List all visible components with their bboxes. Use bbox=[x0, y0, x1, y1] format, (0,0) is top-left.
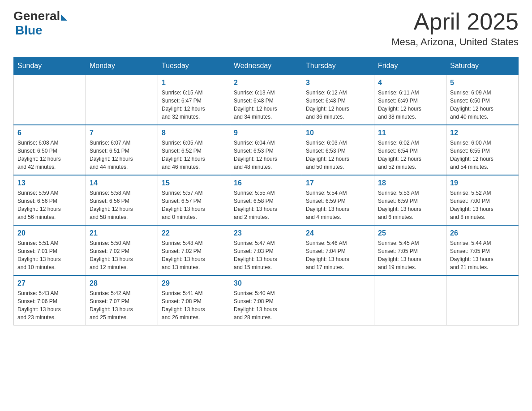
day-info: Sunrise: 5:51 AM Sunset: 7:01 PM Dayligh… bbox=[17, 239, 82, 271]
calendar-cell: 6Sunrise: 6:08 AM Sunset: 6:50 PM Daylig… bbox=[14, 125, 86, 175]
day-info: Sunrise: 6:04 AM Sunset: 6:53 PM Dayligh… bbox=[234, 139, 298, 171]
day-number: 16 bbox=[234, 179, 298, 187]
month-title: April 2025 bbox=[391, 9, 519, 34]
day-number: 20 bbox=[17, 229, 82, 237]
calendar-cell: 3Sunrise: 6:12 AM Sunset: 6:48 PM Daylig… bbox=[302, 75, 374, 125]
calendar-table: SundayMondayTuesdayWednesdayThursdayFrid… bbox=[13, 57, 519, 325]
calendar-cell bbox=[446, 275, 519, 325]
day-number: 29 bbox=[162, 279, 226, 287]
calendar-cell: 17Sunrise: 5:54 AM Sunset: 6:59 PM Dayli… bbox=[302, 175, 374, 225]
day-number: 3 bbox=[306, 79, 370, 87]
day-info: Sunrise: 5:40 AM Sunset: 7:08 PM Dayligh… bbox=[234, 289, 298, 321]
calendar-cell: 11Sunrise: 6:02 AM Sunset: 6:54 PM Dayli… bbox=[374, 125, 446, 175]
day-info: Sunrise: 5:46 AM Sunset: 7:04 PM Dayligh… bbox=[306, 239, 370, 271]
day-info: Sunrise: 6:09 AM Sunset: 6:50 PM Dayligh… bbox=[450, 89, 515, 121]
day-number: 22 bbox=[162, 229, 226, 237]
day-number: 1 bbox=[162, 79, 226, 87]
day-number: 30 bbox=[234, 279, 298, 287]
calendar-cell: 28Sunrise: 5:42 AM Sunset: 7:07 PM Dayli… bbox=[86, 275, 158, 325]
calendar-cell: 12Sunrise: 6:00 AM Sunset: 6:55 PM Dayli… bbox=[446, 125, 519, 175]
day-info: Sunrise: 5:47 AM Sunset: 7:03 PM Dayligh… bbox=[234, 239, 298, 271]
day-number: 28 bbox=[90, 279, 154, 287]
day-info: Sunrise: 6:08 AM Sunset: 6:50 PM Dayligh… bbox=[17, 139, 82, 171]
calendar-cell: 25Sunrise: 5:45 AM Sunset: 7:05 PM Dayli… bbox=[374, 225, 446, 275]
day-info: Sunrise: 5:59 AM Sunset: 6:56 PM Dayligh… bbox=[17, 189, 82, 221]
column-header-monday: Monday bbox=[86, 57, 158, 75]
calendar-cell: 22Sunrise: 5:48 AM Sunset: 7:02 PM Dayli… bbox=[158, 225, 230, 275]
day-number: 26 bbox=[450, 229, 515, 237]
day-number: 15 bbox=[162, 179, 226, 187]
calendar-cell: 14Sunrise: 5:58 AM Sunset: 6:56 PM Dayli… bbox=[86, 175, 158, 225]
day-number: 21 bbox=[90, 229, 154, 237]
calendar-cell: 1Sunrise: 6:15 AM Sunset: 6:47 PM Daylig… bbox=[158, 75, 230, 125]
day-info: Sunrise: 6:13 AM Sunset: 6:48 PM Dayligh… bbox=[234, 89, 298, 121]
column-header-sunday: Sunday bbox=[14, 57, 86, 75]
calendar-cell: 7Sunrise: 6:07 AM Sunset: 6:51 PM Daylig… bbox=[86, 125, 158, 175]
day-info: Sunrise: 5:54 AM Sunset: 6:59 PM Dayligh… bbox=[306, 189, 370, 221]
calendar-cell: 4Sunrise: 6:11 AM Sunset: 6:49 PM Daylig… bbox=[374, 75, 446, 125]
day-number: 12 bbox=[450, 129, 515, 137]
location-text: Mesa, Arizona, United States bbox=[391, 36, 519, 48]
day-info: Sunrise: 5:44 AM Sunset: 7:05 PM Dayligh… bbox=[450, 239, 515, 271]
day-number: 17 bbox=[306, 179, 370, 187]
day-number: 14 bbox=[90, 179, 154, 187]
day-number: 23 bbox=[234, 229, 298, 237]
day-info: Sunrise: 5:55 AM Sunset: 6:58 PM Dayligh… bbox=[234, 189, 298, 221]
day-number: 25 bbox=[378, 229, 442, 237]
day-info: Sunrise: 5:43 AM Sunset: 7:06 PM Dayligh… bbox=[17, 289, 82, 321]
calendar-cell: 9Sunrise: 6:04 AM Sunset: 6:53 PM Daylig… bbox=[230, 125, 302, 175]
logo: General Blue bbox=[13, 9, 67, 38]
calendar-cell: 23Sunrise: 5:47 AM Sunset: 7:03 PM Dayli… bbox=[230, 225, 302, 275]
day-info: Sunrise: 5:50 AM Sunset: 7:02 PM Dayligh… bbox=[90, 239, 154, 271]
calendar-cell: 20Sunrise: 5:51 AM Sunset: 7:01 PM Dayli… bbox=[14, 225, 86, 275]
title-section: April 2025 Mesa, Arizona, United States bbox=[391, 9, 519, 48]
day-info: Sunrise: 6:15 AM Sunset: 6:47 PM Dayligh… bbox=[162, 89, 226, 121]
column-header-thursday: Thursday bbox=[302, 57, 374, 75]
calendar-body: 1Sunrise: 6:15 AM Sunset: 6:47 PM Daylig… bbox=[14, 75, 519, 325]
day-info: Sunrise: 6:11 AM Sunset: 6:49 PM Dayligh… bbox=[378, 89, 442, 121]
calendar-cell bbox=[374, 275, 446, 325]
day-number: 13 bbox=[17, 179, 82, 187]
calendar-cell bbox=[14, 75, 86, 125]
calendar-cell bbox=[86, 75, 158, 125]
calendar-cell: 10Sunrise: 6:03 AM Sunset: 6:53 PM Dayli… bbox=[302, 125, 374, 175]
day-info: Sunrise: 5:42 AM Sunset: 7:07 PM Dayligh… bbox=[90, 289, 154, 321]
week-row-2: 6Sunrise: 6:08 AM Sunset: 6:50 PM Daylig… bbox=[14, 125, 519, 175]
calendar-cell: 30Sunrise: 5:40 AM Sunset: 7:08 PM Dayli… bbox=[230, 275, 302, 325]
day-info: Sunrise: 6:03 AM Sunset: 6:53 PM Dayligh… bbox=[306, 139, 370, 171]
week-row-3: 13Sunrise: 5:59 AM Sunset: 6:56 PM Dayli… bbox=[14, 175, 519, 225]
logo-blue-text: Blue bbox=[15, 23, 43, 38]
day-number: 24 bbox=[306, 229, 370, 237]
day-info: Sunrise: 6:05 AM Sunset: 6:52 PM Dayligh… bbox=[162, 139, 226, 171]
day-info: Sunrise: 5:57 AM Sunset: 6:57 PM Dayligh… bbox=[162, 189, 226, 221]
day-info: Sunrise: 5:48 AM Sunset: 7:02 PM Dayligh… bbox=[162, 239, 226, 271]
day-number: 5 bbox=[450, 79, 515, 87]
week-row-5: 27Sunrise: 5:43 AM Sunset: 7:06 PM Dayli… bbox=[14, 275, 519, 325]
day-info: Sunrise: 5:45 AM Sunset: 7:05 PM Dayligh… bbox=[378, 239, 442, 271]
column-header-wednesday: Wednesday bbox=[230, 57, 302, 75]
calendar-cell: 27Sunrise: 5:43 AM Sunset: 7:06 PM Dayli… bbox=[14, 275, 86, 325]
calendar-cell: 16Sunrise: 5:55 AM Sunset: 6:58 PM Dayli… bbox=[230, 175, 302, 225]
page-header: General Blue April 2025 Mesa, Arizona, U… bbox=[13, 9, 519, 48]
column-header-tuesday: Tuesday bbox=[158, 57, 230, 75]
calendar-cell: 13Sunrise: 5:59 AM Sunset: 6:56 PM Dayli… bbox=[14, 175, 86, 225]
day-number: 27 bbox=[17, 279, 82, 287]
day-number: 7 bbox=[90, 129, 154, 137]
week-row-1: 1Sunrise: 6:15 AM Sunset: 6:47 PM Daylig… bbox=[14, 75, 519, 125]
calendar-header: SundayMondayTuesdayWednesdayThursdayFrid… bbox=[14, 57, 519, 75]
column-header-friday: Friday bbox=[374, 57, 446, 75]
header-row: SundayMondayTuesdayWednesdayThursdayFrid… bbox=[14, 57, 519, 75]
calendar-cell: 18Sunrise: 5:53 AM Sunset: 6:59 PM Dayli… bbox=[374, 175, 446, 225]
day-info: Sunrise: 6:07 AM Sunset: 6:51 PM Dayligh… bbox=[90, 139, 154, 171]
day-number: 11 bbox=[378, 129, 442, 137]
calendar-cell: 15Sunrise: 5:57 AM Sunset: 6:57 PM Dayli… bbox=[158, 175, 230, 225]
day-info: Sunrise: 6:02 AM Sunset: 6:54 PM Dayligh… bbox=[378, 139, 442, 171]
calendar-cell: 26Sunrise: 5:44 AM Sunset: 7:05 PM Dayli… bbox=[446, 225, 519, 275]
week-row-4: 20Sunrise: 5:51 AM Sunset: 7:01 PM Dayli… bbox=[14, 225, 519, 275]
logo-general-text: General bbox=[13, 9, 60, 23]
day-info: Sunrise: 5:58 AM Sunset: 6:56 PM Dayligh… bbox=[90, 189, 154, 221]
day-info: Sunrise: 5:53 AM Sunset: 6:59 PM Dayligh… bbox=[378, 189, 442, 221]
day-number: 10 bbox=[306, 129, 370, 137]
day-number: 6 bbox=[17, 129, 82, 137]
day-number: 19 bbox=[450, 179, 515, 187]
